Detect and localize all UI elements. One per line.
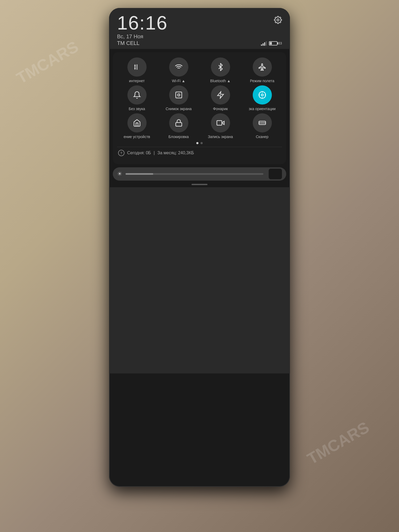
page-dot-2: [201, 142, 203, 144]
brightness-fill: [126, 173, 153, 175]
clock: 16:16: [117, 13, 168, 32]
tile-home-icon-wrap: [127, 113, 147, 132]
svg-rect-6: [176, 92, 182, 98]
tile-flashlight[interactable]: Фонарик: [201, 85, 240, 111]
tile-lock-label: Блокировка: [168, 135, 189, 139]
battery-icon: [269, 41, 277, 45]
page-indicator: [117, 142, 282, 144]
tile-orientation-icon-wrap: [253, 85, 272, 105]
info-icon: ?: [118, 150, 124, 156]
tile-scanner-label: Сканер: [256, 135, 269, 139]
phone-frame: 16:16 Вс, 17 Ноя TM CELL: [109, 8, 290, 487]
battery-indicator: 33: [269, 41, 282, 45]
gear-icon: [274, 16, 282, 24]
tile-wifi[interactable]: Wi-Fi ▲: [159, 57, 198, 83]
internet-icon: [133, 63, 141, 71]
tile-silent-label: Без звука: [129, 107, 145, 111]
status-icons: 33: [261, 41, 282, 46]
orientation-icon: [258, 91, 266, 99]
tile-scanner-icon-wrap: [253, 113, 272, 132]
brightness-icon: ☀: [117, 171, 122, 177]
tile-wifi-label: Wi-Fi ▲: [172, 79, 185, 83]
lock-icon: [175, 119, 183, 127]
tile-orientation[interactable]: зка ориентации: [242, 85, 282, 111]
tile-scanner[interactable]: Сканер: [242, 113, 282, 139]
tile-screenshot[interactable]: Снимок экрана: [159, 85, 198, 111]
brightness-thumb[interactable]: [269, 169, 282, 179]
home-handle[interactable]: [192, 184, 207, 185]
home-screen-area: [109, 187, 290, 373]
airplane-icon: [258, 63, 266, 71]
battery-percent: 33: [278, 41, 282, 45]
svg-rect-18: [176, 122, 182, 126]
usage-today: Сегодня: 0Б: [127, 151, 151, 155]
tile-silent-icon-wrap: [127, 85, 147, 105]
brightness-control[interactable]: ☀: [113, 167, 286, 181]
tile-silent[interactable]: Без звука: [117, 85, 157, 111]
tile-lock[interactable]: Блокировка: [159, 113, 198, 139]
screenshot-icon: [175, 91, 183, 99]
home-icon: [133, 119, 141, 127]
svg-marker-11: [217, 92, 223, 98]
bluetooth-icon: [217, 63, 225, 71]
date-display: Вс, 17 Ноя: [117, 34, 282, 40]
tile-lock-icon-wrap: [169, 113, 188, 132]
brightness-track[interactable]: [126, 173, 263, 175]
screenrecord-icon: [217, 119, 225, 127]
page-dot-1: [196, 142, 198, 144]
tile-home-label: ение устройств: [124, 135, 150, 139]
tile-flashlight-icon-wrap: [211, 85, 230, 105]
svg-point-13: [261, 94, 263, 96]
flashlight-icon: [217, 91, 225, 99]
tile-home[interactable]: ение устройств: [117, 113, 157, 139]
tile-internet-icon-wrap: [127, 57, 147, 77]
signal-strength: [261, 41, 267, 46]
usage-separator: |: [154, 151, 155, 155]
tile-internet-label: интернет: [129, 79, 145, 83]
quick-tiles-grid: интернет Wi-Fi ▲ Bluetooth ▲: [117, 57, 282, 139]
tile-bluetooth[interactable]: Bluetooth ▲: [201, 57, 240, 83]
battery-fill: [270, 42, 272, 45]
svg-rect-20: [217, 120, 222, 125]
tile-airplane-icon-wrap: [253, 57, 272, 77]
tile-screenrecord-icon-wrap: [211, 113, 230, 132]
settings-button[interactable]: [274, 16, 282, 25]
tile-wifi-icon-wrap: [169, 57, 188, 77]
tile-screenshot-icon-wrap: [169, 85, 188, 105]
tile-airplane[interactable]: Режим полета: [242, 57, 282, 83]
tile-bluetooth-label: Bluetooth ▲: [210, 79, 231, 83]
tile-flashlight-label: Фонарик: [213, 107, 228, 111]
data-usage-bar: ? Сегодня: 0Б | За месяц: 240,3КБ: [117, 147, 282, 159]
tile-airplane-label: Режим полета: [250, 79, 275, 83]
svg-point-0: [277, 19, 279, 21]
usage-month: За месяц: 240,3КБ: [157, 151, 194, 155]
tile-internet[interactable]: интернет: [117, 57, 157, 83]
scanner-icon: [258, 119, 266, 127]
quick-settings-panel: интернет Wi-Fi ▲ Bluetooth ▲: [113, 52, 286, 164]
tile-orientation-label: зка ориентации: [249, 107, 276, 111]
tile-screenrecord-label: Запись экрана: [208, 135, 233, 139]
tile-screenrecord[interactable]: Запись экрана: [201, 113, 240, 139]
svg-marker-19: [222, 121, 224, 124]
tile-screenshot-label: Снимок экрана: [166, 107, 192, 111]
bell-icon: [133, 91, 141, 99]
status-bar: 16:16 Вс, 17 Ноя TM CELL: [109, 8, 290, 49]
carrier-name: TM CELL: [117, 40, 139, 46]
tile-bluetooth-icon-wrap: [211, 57, 230, 77]
wifi-icon: [175, 63, 183, 71]
